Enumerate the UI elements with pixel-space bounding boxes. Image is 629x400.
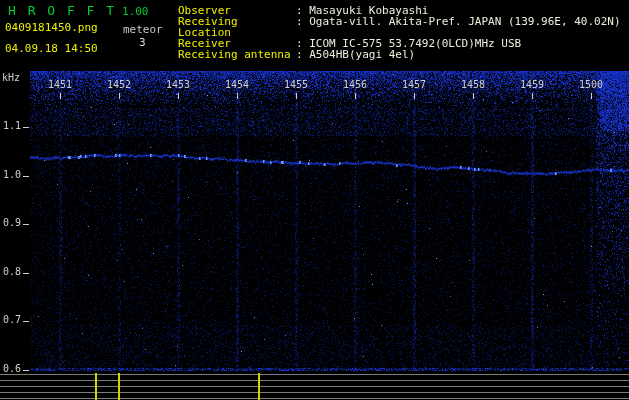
info-label: Receiving antenna [178, 49, 296, 60]
time-tick-mark [532, 93, 533, 99]
time-tick-label: 1458 [460, 80, 486, 90]
time-tick-label: 1451 [47, 80, 73, 90]
meteor-count: 3 [139, 36, 146, 49]
time-tick-label: 1453 [165, 80, 191, 90]
time-tick-mark [591, 93, 592, 99]
freq-tick-mark [23, 127, 29, 128]
info-value: : A504HB(yagi 4el) [296, 49, 415, 60]
time-tick-mark [473, 93, 474, 99]
time-tick-mark [60, 93, 61, 99]
freq-tick-mark [23, 370, 29, 371]
info-label: Receiving Location [178, 16, 296, 38]
meteor-event-mark [95, 373, 97, 400]
time-tick-label: 1455 [283, 80, 309, 90]
spectrogram-overlay: H R O F F T 1.00 0409181450.png meteor 3… [0, 0, 629, 400]
app-version: 1.00 [122, 5, 149, 18]
time-tick-mark [296, 93, 297, 99]
time-tick-label: 1500 [578, 80, 604, 90]
datetime-label: 04.09.18 14:50 [5, 42, 98, 55]
hrofft-window: H R O F F T 1.00 0409181450.png meteor 3… [0, 0, 629, 400]
freq-tick-mark [23, 321, 29, 322]
freq-tick-mark [23, 176, 29, 177]
time-tick-mark [355, 93, 356, 99]
time-tick-label: 1456 [342, 80, 368, 90]
freq-tick-label: 0.7 [3, 315, 21, 325]
meteor-event-mark [118, 373, 120, 400]
time-tick-mark [119, 93, 120, 99]
time-tick-label: 1457 [401, 80, 427, 90]
time-tick-mark [414, 93, 415, 99]
output-filename: 0409181450.png [5, 21, 98, 34]
freq-tick-label: 1.1 [3, 121, 21, 131]
freq-tick-mark [23, 273, 29, 274]
info-row: Receiving antenna: A504HB(yagi 4el) [178, 49, 621, 60]
meteor-event-mark [258, 373, 260, 400]
app-title: H R O F F T [8, 3, 116, 18]
info-value: : Ogata-vill. Akita-Pref. JAPAN (139.96E… [296, 16, 621, 38]
freq-axis-unit: kHz [2, 72, 20, 83]
freq-tick-label: 0.9 [3, 218, 21, 228]
freq-tick-label: 0.6 [3, 364, 21, 374]
freq-tick-label: 1.0 [3, 170, 21, 180]
time-tick-mark [237, 93, 238, 99]
receiver-info-table: Observer: Masayuki KobayashiReceiving Lo… [178, 5, 621, 60]
time-tick-label: 1452 [106, 80, 132, 90]
time-tick-mark [178, 93, 179, 99]
freq-tick-label: 0.8 [3, 267, 21, 277]
info-row: Receiving Location: Ogata-vill. Akita-Pr… [178, 16, 621, 38]
freq-tick-mark [23, 224, 29, 225]
time-tick-label: 1454 [224, 80, 250, 90]
time-tick-label: 1459 [519, 80, 545, 90]
mode-label: meteor [123, 23, 163, 36]
